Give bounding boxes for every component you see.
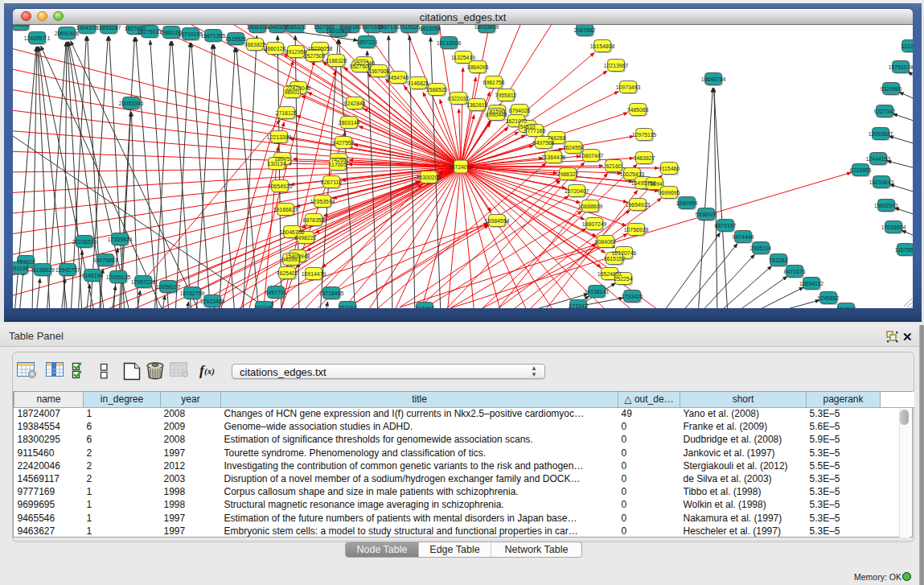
svg-text:20206536: 20206536	[72, 239, 97, 245]
svg-text:8322037: 8322037	[448, 96, 470, 101]
svg-text:8427552: 8427552	[333, 140, 355, 146]
svg-text:9527509: 9527509	[304, 53, 326, 59]
svg-text:15692971: 15692971	[874, 203, 899, 208]
svg-text:11325419: 11325419	[451, 55, 475, 60]
svg-text:7857224: 7857224	[356, 39, 378, 45]
svg-text:16914479: 16914479	[302, 271, 326, 277]
svg-text:7625402: 7625402	[277, 270, 298, 276]
svg-text:932346: 932346	[255, 305, 273, 309]
svg-text:15720407: 15720407	[565, 188, 589, 194]
svg-text:117164: 117164	[416, 306, 434, 309]
svg-text:10756928: 10756928	[624, 227, 649, 233]
svg-text:9227342: 9227342	[874, 109, 896, 114]
svg-text:7515526: 7515526	[225, 36, 247, 42]
svg-text:1667135: 1667135	[378, 25, 400, 30]
svg-text:10973493: 10973493	[616, 84, 641, 90]
svg-text:6966160: 6966160	[340, 25, 362, 30]
svg-text:173342: 173342	[569, 303, 588, 309]
svg-text:8471676: 8471676	[784, 269, 806, 274]
svg-text:12353594: 12353594	[310, 199, 335, 204]
svg-text:19384554: 19384554	[485, 218, 510, 224]
svg-text:17957225: 17957225	[131, 279, 156, 285]
svg-text:1733426: 1733426	[622, 294, 643, 299]
svg-text:9146821: 9146821	[408, 80, 429, 86]
svg-text:1065328: 1065328	[285, 25, 306, 30]
svg-text:157164: 157164	[339, 305, 357, 309]
svg-text:10654925: 10654925	[268, 183, 293, 189]
svg-text:1640954: 1640954	[676, 200, 698, 206]
svg-text:8186328: 8186328	[326, 58, 347, 64]
svg-text:12923468: 12923468	[200, 299, 225, 304]
svg-text:9115460: 9115460	[659, 166, 680, 171]
svg-text:12213967: 12213967	[604, 63, 629, 68]
svg-text:10688609: 10688609	[578, 204, 603, 209]
svg-text:17359924: 17359924	[108, 237, 133, 242]
svg-text:16046756: 16046756	[280, 229, 305, 235]
svg-text:9777169: 9777169	[524, 128, 546, 134]
svg-text:19218506: 19218506	[437, 40, 462, 46]
svg-text:1615152: 1615152	[604, 256, 626, 262]
svg-text:2367608: 2367608	[368, 68, 390, 74]
svg-text:130134: 130134	[268, 161, 286, 167]
svg-text:1588520: 1588520	[426, 87, 448, 93]
svg-text:(x): (x)	[204, 366, 215, 377]
svg-text:924565: 924565	[837, 307, 856, 309]
svg-text:1606332: 1606332	[247, 25, 269, 30]
svg-text:9699695: 9699695	[659, 190, 680, 196]
svg-text:5498222: 5498222	[295, 235, 317, 241]
svg-text:10958107: 10958107	[156, 284, 181, 290]
svg-text:5938928: 5938928	[696, 212, 717, 217]
svg-text:1167553: 1167553	[895, 247, 913, 253]
svg-text:75694: 75694	[647, 181, 662, 187]
svg-text:8215955: 8215955	[850, 167, 872, 173]
svg-text:16033809: 16033809	[474, 25, 499, 30]
svg-text:1240557: 1240557	[13, 25, 31, 27]
svg-text:1145194: 1145194	[82, 273, 103, 278]
svg-text:8660124: 8660124	[265, 46, 286, 51]
svg-text:11156829: 11156829	[31, 267, 55, 273]
svg-text:759011: 759011	[17, 259, 35, 265]
svg-text:6794028: 6794028	[509, 108, 531, 113]
svg-text:93975867: 93975867	[93, 257, 118, 263]
svg-text:20691406: 20691406	[55, 31, 80, 36]
svg-text:15751074: 15751074	[889, 64, 913, 70]
svg-text:2087682: 2087682	[574, 27, 596, 33]
svg-text:62160: 62160	[606, 163, 621, 169]
svg-text:10807487: 10807487	[579, 153, 604, 159]
svg-text:19654923: 19654923	[626, 202, 651, 208]
svg-text:391196: 391196	[13, 266, 28, 271]
svg-text:9084067: 9084067	[595, 239, 617, 245]
svg-text:15226058: 15226058	[308, 46, 333, 51]
svg-text:10120746: 10120746	[612, 250, 637, 256]
svg-text:7986322: 7986322	[557, 171, 579, 177]
svg-text:6497568: 6497568	[533, 140, 555, 146]
svg-text:18724007: 18724007	[449, 164, 474, 170]
svg-text:9245652: 9245652	[818, 295, 840, 301]
svg-text:10654112: 10654112	[799, 281, 823, 286]
svg-text:8267110: 8267110	[321, 179, 342, 185]
svg-text:10025433: 10025433	[620, 171, 645, 177]
svg-text:1240557 1: 1240557 1	[24, 35, 51, 41]
svg-text:16210643: 16210643	[869, 179, 894, 185]
svg-text:16648784: 16648784	[701, 76, 726, 82]
svg-text:3624554: 3624554	[563, 145, 585, 150]
svg-text:252254: 252254	[614, 276, 633, 282]
svg-text:9242848: 9242848	[344, 101, 366, 106]
svg-text:8454749: 8454749	[388, 75, 409, 80]
svg-text:20053346: 20053346	[119, 101, 144, 106]
svg-text:17016504: 17016504	[881, 225, 906, 230]
svg-text:2803144: 2803144	[339, 120, 360, 126]
svg-text:15716485: 15716485	[319, 290, 344, 296]
svg-text:117005: 117005	[329, 162, 347, 167]
svg-text:12942757: 12942757	[55, 267, 80, 273]
svg-text:111234: 111234	[901, 43, 913, 49]
svg-text:98901: 98901	[284, 89, 299, 95]
svg-text:783262: 783262	[770, 257, 788, 263]
svg-text:7663822: 7663822	[244, 42, 266, 47]
svg-text:8878352: 8878352	[303, 217, 325, 223]
svg-text:12905135: 12905135	[106, 274, 131, 280]
svg-text:16782759: 16782759	[180, 290, 205, 296]
svg-text:9463627: 9463627	[634, 155, 655, 161]
svg-text:9457791: 9457791	[265, 290, 287, 295]
svg-text:12975115: 12975115	[632, 132, 656, 138]
